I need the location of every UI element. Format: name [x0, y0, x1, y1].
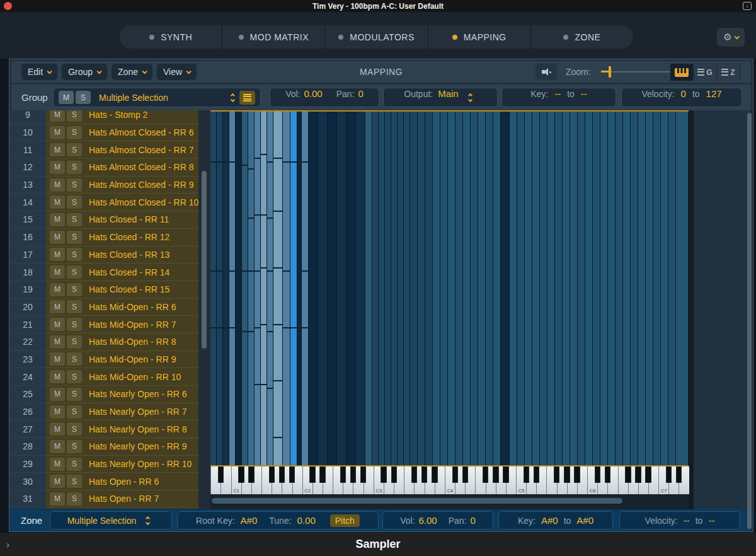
group-menu-button[interactable] — [239, 91, 255, 105]
black-key[interactable] — [564, 466, 570, 483]
black-key[interactable] — [360, 466, 366, 483]
group-row-body[interactable]: MSHats Almost Closed - RR 8 — [46, 159, 198, 177]
row-mute-button[interactable]: M — [50, 405, 65, 419]
group-list-scrollbar[interactable] — [198, 110, 210, 509]
white-key-C1[interactable]: C1 — [231, 466, 241, 494]
group-row[interactable]: 29MSHats Nearly Open - RR 10 — [9, 456, 198, 473]
group-row-body[interactable]: MSHats Almost Closed - RR 9 — [46, 177, 198, 194]
zone-strip[interactable] — [616, 112, 623, 465]
row-solo-button[interactable]: S — [67, 475, 82, 488]
white-key-F6[interactable] — [618, 466, 628, 494]
zone-strip[interactable] — [379, 112, 385, 465]
zone-strip[interactable] — [440, 112, 448, 465]
zone-key-to[interactable]: A#0 — [576, 515, 593, 526]
group-row-body[interactable]: MSHats Nearly Open - RR 7 — [46, 403, 198, 421]
group-row[interactable]: 25MSHats Nearly Open - RR 6 — [9, 386, 198, 403]
row-solo-button[interactable]: S — [67, 370, 82, 383]
group-vol-value[interactable]: 0.00 — [304, 88, 323, 99]
black-key[interactable] — [391, 466, 397, 483]
row-solo-button[interactable]: S — [67, 388, 82, 401]
group-row[interactable]: 17MSHats Closed - RR 13 — [9, 246, 198, 264]
black-key[interactable] — [381, 466, 386, 483]
group-row[interactable]: 28MSHats Nearly Open - RR 9 — [9, 438, 198, 456]
zone-strip[interactable] — [623, 112, 631, 465]
black-key[interactable] — [269, 466, 275, 483]
group-row[interactable]: 22MSHats Mid-Open - RR 8 — [9, 333, 198, 351]
zone-map[interactable]: C1C2C3C4C5C6C7 — [210, 110, 689, 509]
zone-strip[interactable] — [398, 112, 404, 465]
zone-strip[interactable] — [261, 112, 267, 465]
row-mute-button[interactable]: M — [50, 231, 65, 244]
black-key[interactable] — [340, 466, 346, 483]
row-mute-button[interactable]: M — [50, 300, 65, 313]
group-row[interactable]: 30MSHats Open - RR 6 — [9, 473, 198, 490]
white-key-F5[interactable] — [546, 466, 556, 494]
black-key[interactable] — [411, 466, 417, 483]
audition-button[interactable] — [536, 64, 557, 80]
row-mute-button[interactable]: M — [50, 161, 65, 174]
black-key[interactable] — [635, 466, 641, 483]
zone-strip[interactable] — [223, 112, 229, 465]
row-mute-button[interactable]: M — [50, 335, 65, 349]
zone-strip[interactable] — [273, 112, 283, 465]
black-key[interactable] — [605, 466, 610, 483]
zone-strip[interactable] — [631, 112, 638, 465]
group-row-body[interactable]: MSHats Closed - RR 14 — [46, 264, 198, 281]
group-row-body[interactable]: MSHats Almost Closed - RR 10 — [46, 194, 198, 211]
row-solo-button[interactable]: S — [67, 492, 82, 506]
zone-vel-to[interactable]: -- — [708, 515, 714, 526]
row-solo-button[interactable]: S — [67, 213, 82, 226]
zone-strip[interactable] — [385, 112, 391, 465]
zone-strip[interactable] — [525, 112, 532, 465]
row-mute-button[interactable]: M — [50, 143, 65, 156]
row-solo-button[interactable]: S — [67, 248, 82, 261]
zone-strip[interactable] — [653, 112, 661, 465]
view-menu-button[interactable]: View — [157, 64, 197, 80]
white-key-C7[interactable]: C7 — [658, 466, 668, 494]
group-row-body[interactable]: MSHats Closed - RR 12 — [46, 229, 198, 246]
zone-strip[interactable] — [510, 112, 517, 465]
group-row-body[interactable]: MSHats Open - RR 6 — [46, 473, 198, 490]
row-mute-button[interactable]: M — [50, 440, 65, 453]
zone-menu-button[interactable]: Zone — [112, 64, 152, 80]
white-key-C3[interactable]: C3 — [374, 466, 384, 494]
group-row-body[interactable]: MSHats Mid-Open - RR 9 — [46, 351, 198, 369]
black-key[interactable] — [238, 466, 244, 483]
black-key[interactable] — [432, 466, 437, 483]
group-row-body[interactable]: MSHats Nearly Open - RR 8 — [46, 420, 198, 438]
zone-strip[interactable] — [668, 112, 676, 465]
black-key[interactable] — [289, 466, 295, 483]
row-mute-button[interactable]: M — [50, 248, 65, 261]
group-selection-value[interactable]: Multiple Selection — [99, 93, 226, 103]
zone-strip[interactable] — [236, 112, 242, 465]
group-row[interactable]: 16MSHats Closed - RR 12 — [9, 229, 198, 246]
row-mute-button[interactable]: M — [50, 195, 65, 209]
black-key[interactable] — [248, 466, 254, 483]
zone-strip[interactable] — [425, 112, 433, 465]
row-mute-button[interactable]: M — [50, 475, 65, 488]
row-solo-button[interactable]: S — [67, 143, 82, 156]
group-row[interactable]: 20MSHats Mid-Open - RR 6 — [9, 299, 198, 316]
group-key-from[interactable]: -- — [554, 88, 561, 99]
row-solo-button[interactable]: S — [67, 300, 82, 313]
zone-strips[interactable] — [210, 112, 689, 465]
row-mute-button[interactable]: M — [50, 126, 65, 139]
tab-zone[interactable]: ZONE — [531, 25, 633, 49]
white-key-C2[interactable]: C2 — [302, 466, 312, 494]
black-key[interactable] — [421, 466, 427, 483]
group-row-body[interactable]: MSHats - Stomp 2 — [46, 110, 198, 124]
group-mute-button[interactable]: M — [59, 91, 74, 104]
row-mute-button[interactable]: M — [50, 388, 65, 401]
white-key-F4[interactable] — [475, 466, 485, 494]
group-row-body[interactable]: MSHats Closed - RR 15 — [46, 281, 198, 299]
row-mute-button[interactable]: M — [50, 458, 65, 471]
map-horizontal-scrollbar[interactable] — [210, 494, 689, 509]
white-key-C6[interactable]: C6 — [587, 466, 597, 494]
white-key-F1[interactable] — [261, 466, 272, 494]
zone-strip[interactable] — [346, 112, 356, 465]
group-row-body[interactable]: MSHats Open - RR 7 — [46, 490, 198, 508]
group-row-body[interactable]: MSHats Nearly Open - RR 10 — [46, 456, 198, 473]
row-solo-button[interactable]: S — [67, 195, 82, 209]
group-menu-button[interactable]: Group — [62, 64, 107, 80]
zone-strip[interactable] — [517, 112, 525, 465]
